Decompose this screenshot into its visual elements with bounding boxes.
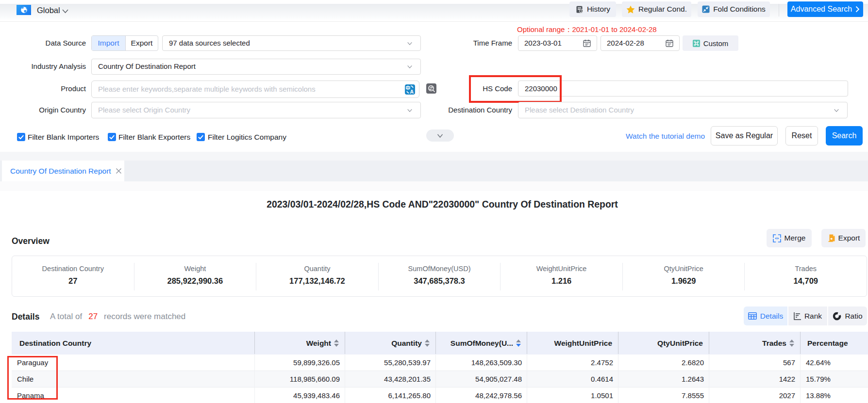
svg-text:A: A: [410, 89, 414, 95]
